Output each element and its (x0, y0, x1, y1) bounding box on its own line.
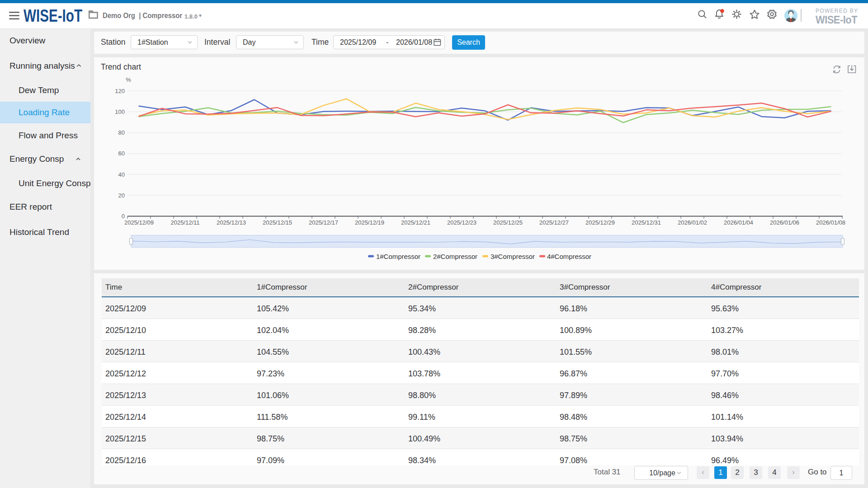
svg-text:2025/12/11: 2025/12/11 (170, 219, 199, 226)
svg-text:1#Compressor: 1#Compressor (376, 253, 420, 260)
svg-text:3#Compressor: 3#Compressor (491, 253, 535, 260)
svg-text:2025/12/29: 2025/12/29 (585, 219, 615, 226)
svg-text:2025/12/09: 2025/12/09 (124, 219, 154, 226)
svg-text:2025/12/17: 2025/12/17 (309, 219, 338, 226)
svg-text:2025/12/21: 2025/12/21 (401, 219, 430, 226)
svg-text:4#Compressor: 4#Compressor (547, 253, 591, 260)
svg-text:2026/01/04: 2026/01/04 (724, 219, 753, 226)
svg-text:2026/01/02: 2026/01/02 (678, 219, 707, 226)
svg-text:40: 40 (118, 171, 125, 178)
svg-text:2025/12/19: 2025/12/19 (355, 219, 384, 226)
svg-text:2025/12/23: 2025/12/23 (447, 219, 476, 226)
svg-text:100: 100 (115, 108, 125, 115)
svg-text:2025/12/27: 2025/12/27 (539, 219, 569, 226)
svg-text:2025/12/13: 2025/12/13 (217, 219, 246, 226)
svg-text:60: 60 (118, 150, 125, 157)
svg-text:2025/12/25: 2025/12/25 (493, 219, 523, 226)
svg-text:2026/01/06: 2026/01/06 (770, 219, 799, 226)
svg-text:2025/12/31: 2025/12/31 (632, 219, 661, 226)
svg-text:80: 80 (118, 129, 125, 136)
svg-text:120: 120 (115, 88, 125, 94)
svg-text:0: 0 (122, 213, 125, 220)
svg-text:2025/12/15: 2025/12/15 (263, 219, 292, 226)
svg-text:%: % (126, 76, 131, 83)
svg-text:20: 20 (118, 192, 125, 199)
svg-text:2#Compressor: 2#Compressor (433, 253, 477, 260)
svg-text:2026/01/08: 2026/01/08 (816, 219, 845, 226)
